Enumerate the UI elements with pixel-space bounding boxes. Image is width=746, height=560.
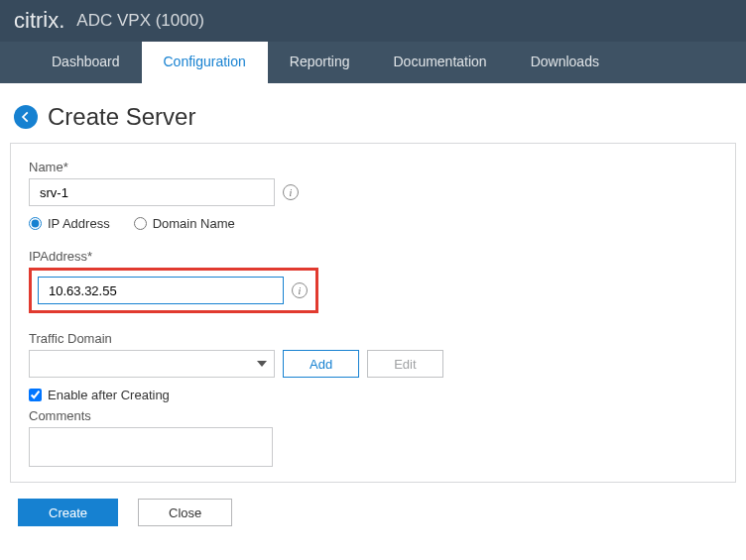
enable-after-creating-label: Enable after Creating: [48, 388, 170, 402]
form-panel: Name* i IP Address Domain Name IPAddress…: [10, 143, 736, 483]
radio-domain-name-input[interactable]: [134, 217, 147, 230]
close-button[interactable]: Close: [138, 499, 232, 526]
add-button[interactable]: Add: [283, 350, 359, 378]
traffic-domain-select[interactable]: [29, 350, 275, 378]
enable-after-creating-checkbox[interactable]: [29, 389, 42, 401]
create-button[interactable]: Create: [18, 499, 118, 526]
radio-ip-address[interactable]: IP Address: [29, 216, 110, 231]
traffic-domain-label: Traffic Domain: [29, 331, 717, 346]
tab-dashboard[interactable]: Dashboard: [30, 42, 142, 83]
tab-downloads[interactable]: Downloads: [509, 42, 621, 83]
radio-ip-address-label: IP Address: [48, 216, 110, 231]
tab-configuration[interactable]: Configuration: [142, 42, 268, 83]
tab-documentation[interactable]: Documentation: [371, 42, 508, 83]
name-input[interactable]: [29, 178, 275, 206]
info-icon[interactable]: i: [283, 184, 299, 200]
citrix-logo: citrix.: [14, 8, 64, 34]
name-label: Name*: [29, 160, 717, 174]
radio-ip-address-input[interactable]: [29, 217, 42, 230]
page-title-row: Create Server: [0, 83, 746, 143]
ipaddress-highlight: i: [29, 268, 318, 313]
footer-actions: Create Close: [10, 499, 746, 526]
comments-textarea[interactable]: [29, 427, 273, 467]
info-icon[interactable]: i: [292, 282, 308, 298]
tab-reporting[interactable]: Reporting: [268, 42, 372, 83]
product-name: ADC VPX (1000): [76, 11, 204, 31]
radio-domain-name-label: Domain Name: [153, 216, 235, 231]
comments-label: Comments: [29, 408, 717, 423]
edit-button: Edit: [367, 350, 442, 378]
back-button[interactable]: [14, 105, 38, 129]
main-tabs: Dashboard Configuration Reporting Docume…: [0, 42, 746, 83]
app-header: citrix. ADC VPX (1000): [0, 0, 746, 42]
ipaddress-input[interactable]: [38, 277, 284, 304]
ipaddress-label: IPAddress*: [29, 249, 717, 264]
radio-domain-name[interactable]: Domain Name: [134, 216, 235, 231]
page-title: Create Server: [48, 103, 195, 131]
